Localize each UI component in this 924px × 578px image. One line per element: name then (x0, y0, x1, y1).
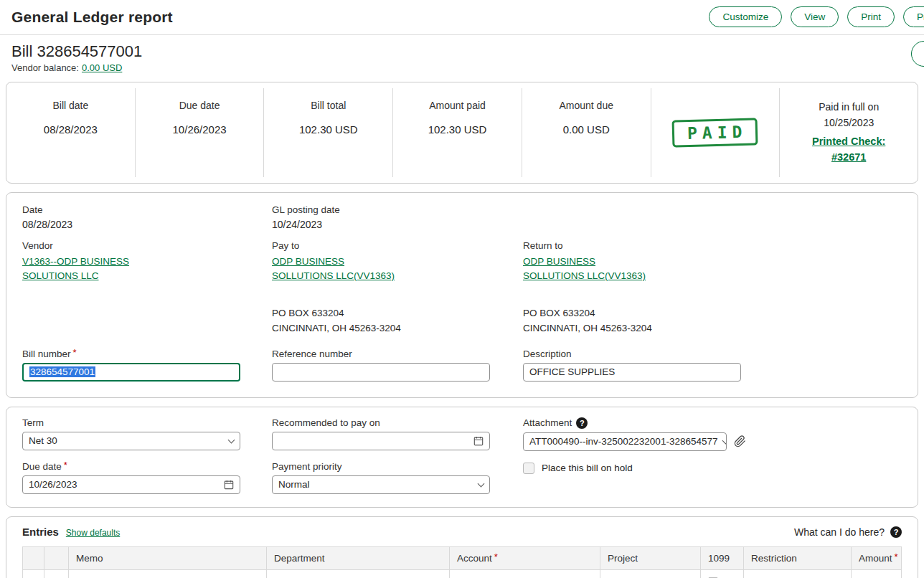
paid-stamp: PAID (672, 118, 758, 147)
bill-details-card: Date 08/28/2023 GL posting date 10/24/20… (6, 192, 918, 398)
bill-number-selected-text: 328654577001 (29, 366, 95, 377)
summary-amount-paid: Amount paid 102.30 USD (393, 88, 522, 177)
pay-to-label: Pay to (272, 240, 523, 251)
summary-label: Amount due (559, 100, 613, 111)
entries-table: Memo Department Account* Project 1099 Re… (22, 546, 902, 578)
entry-project-cell: 1000--General (600, 569, 701, 578)
department-column-header: Department (267, 546, 450, 569)
page-title: General Ledger report (11, 9, 173, 26)
project-column-header: Project (600, 546, 701, 569)
vendor-balance: Vendor balance:0.00 USD (0, 61, 924, 73)
paid-info-column: Paid in full on 10/25/2023 Printed Check… (780, 88, 918, 177)
attachment-label-row: Attachment ? (523, 417, 902, 429)
show-defaults-link[interactable]: Show defaults (66, 528, 120, 538)
entries-title: Entries (22, 526, 59, 538)
bill-summary-card: Bill date 08/28/2023 Due date 10/26/2023… (6, 82, 918, 184)
entry-row-number: 1 (44, 569, 69, 578)
entry-department-cell: 110--General Administrative (267, 569, 450, 578)
drag-column-header (23, 546, 44, 569)
pay-to-link[interactable]: ODP BUSINESS SOLLUTIONS LLC(VV1363) (272, 255, 400, 284)
paid-date: 10/25/2023 (824, 115, 874, 131)
chevron-down-icon (228, 436, 235, 443)
required-marker: * (64, 460, 67, 470)
calendar-icon (224, 480, 234, 490)
vendor-balance-label: Vendor balance: (11, 62, 79, 73)
summary-value: 0.00 USD (563, 123, 610, 136)
summary-value: 102.30 USD (299, 123, 358, 136)
summary-value: 102.30 USD (428, 123, 487, 136)
summary-value: 08/28/2023 (44, 123, 98, 136)
entry-amount-cell: 102.30 (852, 569, 902, 578)
paid-in-full-text: Paid in full on (819, 100, 879, 115)
due-date-input[interactable]: 10/26/2023 (22, 475, 240, 494)
return-to-link[interactable]: ODP BUSINESS SOLLUTIONS LLC(VV1363) (523, 255, 651, 284)
view-button[interactable]: View (791, 6, 839, 27)
vendor-field: Vendor V1363--ODP BUSINESS SOLUTIONS LLC (22, 240, 272, 336)
payment-priority-label: Payment priority (272, 461, 523, 472)
summary-label: Due date (179, 100, 220, 111)
pay-to-address-line2: CINCINNATI, OH 45263-3204 (272, 321, 523, 336)
return-to-address: PO BOX 633204 CINCINNATI, OH 45263-3204 (523, 306, 902, 336)
restriction-column-header: Restriction (744, 546, 852, 569)
summary-due-date: Due date 10/26/2023 (136, 88, 265, 177)
date-label: Date (22, 204, 272, 215)
hold-checkbox[interactable] (523, 463, 534, 474)
vendor-link[interactable]: V1363--ODP BUSINESS SOLUTIONS LLC (22, 255, 150, 284)
hold-field: Place this bill on hold (523, 461, 902, 494)
what-can-i-do-text: What can I do here? (794, 526, 885, 538)
reference-number-input[interactable] (272, 363, 490, 382)
top-bar: General Ledger report Customize View Pri… (0, 0, 924, 35)
return-to-address-line2: CINCINNATI, OH 45263-3204 (523, 321, 902, 336)
entry-row: ≡ 1 OFFICE SUPPLIES 110--General Adminis… (23, 569, 902, 578)
term-label: Term (22, 417, 272, 428)
row-number-column-header (44, 546, 69, 569)
due-date-label: Due date* (22, 461, 272, 472)
entry-1099-cell (701, 569, 744, 578)
account-column-header: Account* (450, 546, 600, 569)
payment-priority-field: Payment priority Normal (272, 461, 523, 494)
date-value: 08/28/2023 (22, 219, 272, 230)
drag-handle-icon[interactable]: ≡ (30, 575, 37, 578)
payment-options-card: Term Net 30 Recommended to pay on Attach… (6, 407, 918, 508)
process-button[interactable]: Pro (903, 6, 924, 27)
vendor-balance-link[interactable]: 0.00 USD (82, 62, 122, 73)
return-to-label: Return to (523, 240, 902, 251)
entries-header-row: Memo Department Account* Project 1099 Re… (23, 546, 902, 569)
recommended-pay-input[interactable] (272, 432, 490, 450)
toolbar-buttons: Customize View Print Pro (709, 6, 913, 27)
return-to-field: Return to ODP BUSINESS SOLLUTIONS LLC(VV… (523, 240, 902, 336)
summary-bill-total: Bill total 102.30 USD (264, 88, 393, 177)
due-date-field: Due date* 10/26/2023 (22, 461, 272, 494)
bill-number-input[interactable]: 328654577001 (22, 363, 240, 382)
recommended-pay-label: Recommended to pay on (272, 417, 523, 428)
amount-column-header: Amount* (852, 546, 902, 569)
bill-number-field: Bill number* 328654577001 (22, 349, 272, 382)
recommended-pay-field: Recommended to pay on (272, 417, 523, 451)
description-label: Description (523, 349, 902, 359)
calendar-icon (473, 436, 484, 446)
print-button[interactable]: Print (847, 6, 895, 27)
term-field: Term Net 30 (22, 417, 272, 451)
reference-number-label: Reference number (272, 349, 523, 359)
attachment-select[interactable]: ATT000490--inv-325002232001-328654577 (523, 432, 727, 451)
help-icon[interactable]: ? (576, 417, 588, 429)
summary-bill-date: Bill date 08/28/2023 (6, 88, 136, 177)
term-select[interactable]: Net 30 (22, 432, 240, 450)
summary-label: Amount paid (429, 100, 486, 111)
paperclip-icon[interactable] (734, 435, 746, 447)
chevron-down-icon (722, 437, 727, 444)
vendor-label: Vendor (22, 240, 272, 251)
description-field: Description OFFICE SUPPLIES (523, 349, 902, 382)
description-input[interactable]: OFFICE SUPPLIES (523, 363, 741, 382)
1099-column-header: 1099 (701, 546, 744, 569)
bill-title: Bill 328654577001 (11, 42, 913, 61)
help-icon[interactable]: ? (890, 526, 902, 538)
required-marker: * (73, 347, 77, 358)
summary-value: 10/26/2023 (173, 123, 227, 136)
payment-priority-select[interactable]: Normal (272, 475, 490, 494)
printed-check-link[interactable]: Printed Check: #32671 (804, 134, 894, 166)
return-to-address-line1: PO BOX 633204 (523, 306, 902, 321)
entries-card: Entries Show defaults What can I do here… (6, 516, 918, 578)
entry-restriction-cell: Unrestricted (744, 569, 852, 578)
customize-button[interactable]: Customize (709, 6, 782, 27)
